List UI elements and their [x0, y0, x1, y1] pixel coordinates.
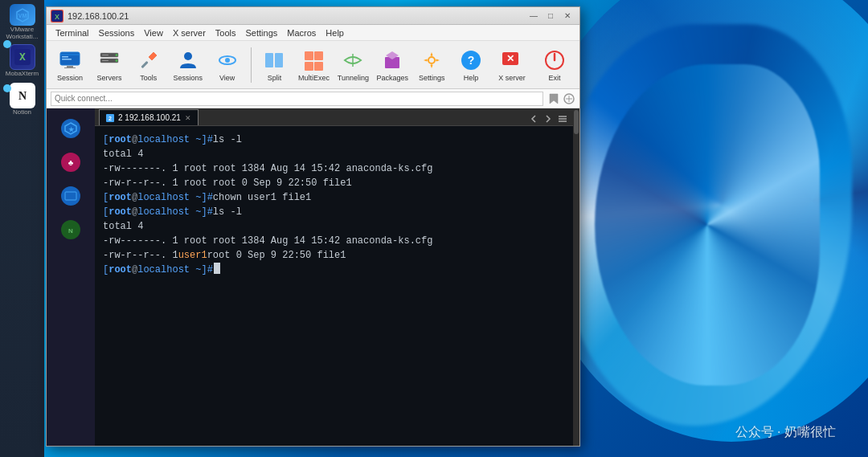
- svg-text:2: 2: [108, 116, 112, 121]
- terminal-line-1: [root@localhost ~]# ls -l: [103, 133, 565, 147]
- tunneling-icon: [341, 48, 365, 72]
- toolbar-help-button[interactable]: ? Help: [452, 44, 489, 86]
- mobaxterm-window: X 192.168.100.21 — □ ✕ Terminal Sessions…: [46, 6, 580, 447]
- menu-sessions[interactable]: Sessions: [94, 25, 140, 40]
- svg-text:♣: ♣: [68, 158, 74, 167]
- multiexec-icon: [301, 48, 326, 72]
- window-title: 192.168.100.21: [68, 11, 526, 21]
- toolbar-multiexec-button[interactable]: MultiExec: [295, 44, 332, 86]
- menu-view[interactable]: View: [139, 25, 168, 40]
- terminal-line-2: total 4: [103, 147, 565, 161]
- sidebar-icon-4[interactable]: N: [55, 214, 87, 246]
- servers-icon: [97, 48, 121, 72]
- toolbar-packages-button[interactable]: Packages: [374, 44, 411, 86]
- output-9-suffix: root 0 Sep 9 22:50 file1: [207, 248, 346, 263]
- taskbar-left: VM VMwareWorkstati... X MobaXterm N: [0, 0, 44, 457]
- svg-point-17: [115, 59, 117, 62]
- svg-rect-24: [265, 53, 273, 67]
- toolbar-settings-button[interactable]: Settings: [413, 44, 450, 86]
- toolbar-tunneling-button[interactable]: Tunneling: [334, 44, 371, 86]
- sidebar-dot-3: [61, 186, 80, 206]
- sidebar-icon-1[interactable]: ★: [55, 112, 87, 145]
- tab-scroll-right-icon[interactable]: [542, 112, 555, 125]
- tab-scroll-left-icon[interactable]: [527, 112, 540, 125]
- tab-menu-icon[interactable]: [556, 112, 569, 125]
- user1-text: user1: [178, 248, 207, 263]
- quick-connect-input[interactable]: [51, 92, 543, 106]
- menu-tools[interactable]: Tools: [211, 25, 241, 40]
- svg-rect-20: [141, 60, 148, 67]
- terminal-line-4: -rw-r--r--. 1 root root 0 Sep 9 22:50 fi…: [103, 176, 565, 190]
- terminal-line-3: -rw-------. 1 root root 1384 Aug 14 15:4…: [103, 161, 565, 176]
- output-9-prefix: -rw-r--r--. 1: [103, 248, 178, 263]
- maximize-button[interactable]: □: [542, 10, 559, 22]
- toolbar-sessions-button[interactable]: Sessions: [170, 44, 207, 86]
- toolbar-session-button[interactable]: Session: [51, 44, 88, 86]
- sidebar: ★ ♣: [47, 108, 95, 446]
- title-controls: — □ ✕: [526, 10, 575, 22]
- toolbar-xserver-button[interactable]: ✕ X server: [492, 44, 532, 86]
- taskbar-icon-vmware[interactable]: VM VMwareWorkstati...: [4, 4, 41, 41]
- close-button[interactable]: ✕: [559, 10, 575, 22]
- output-8: -rw-------. 1 root root 1384 Aug 14 15:4…: [103, 234, 432, 248]
- tab-right-controls: [527, 112, 569, 125]
- help-label: Help: [464, 74, 479, 82]
- exit-icon: [542, 48, 567, 72]
- menu-help[interactable]: Help: [321, 25, 349, 40]
- toolbar-exit-button[interactable]: Exit: [534, 44, 575, 86]
- terminal-tab-1[interactable]: 2 2 192.168.100.21 ✕: [99, 109, 199, 125]
- sidebar-dot-2: ♣: [61, 153, 80, 172]
- menu-settings[interactable]: Settings: [241, 25, 283, 40]
- svg-rect-13: [64, 67, 76, 68]
- scroll-thumb[interactable]: [574, 110, 579, 134]
- sidebar-icon-2[interactable]: ♣: [55, 146, 87, 178]
- menu-bar: Terminal Sessions View X server Tools Se…: [47, 25, 579, 41]
- sessions-icon: [176, 48, 200, 72]
- desktop: 公众号 · 奶嘴很忙 VM VMwareWorkstati... X MobaX…: [0, 0, 868, 457]
- xserver-label: X server: [498, 74, 526, 82]
- tab-bar: 2 2 192.168.100.21 ✕: [95, 108, 573, 126]
- blue-indicator-1: [3, 40, 11, 48]
- terminal-area: 2 2 192.168.100.21 ✕: [95, 108, 573, 446]
- main-area: ★ ♣: [47, 108, 579, 446]
- toolbar-view-button[interactable]: View: [209, 44, 246, 86]
- menu-xserver[interactable]: X server: [168, 25, 211, 40]
- svg-rect-27: [314, 51, 323, 60]
- notion-icon: N: [10, 83, 35, 108]
- mobaxterm-icon: X: [10, 44, 35, 70]
- connect-icon: [563, 92, 575, 105]
- terminal-cursor: [214, 263, 220, 274]
- tools-icon: [137, 48, 161, 72]
- svg-rect-28: [305, 62, 313, 71]
- terminal-output[interactable]: [root@localhost ~]# ls -l total 4 -rw---…: [95, 126, 573, 446]
- terminal-line-7: total 4: [103, 219, 565, 234]
- svg-text:VM: VM: [18, 13, 27, 18]
- toolbar-servers-button[interactable]: Servers: [91, 44, 128, 86]
- packages-label: Packages: [376, 74, 408, 82]
- svg-text:?: ?: [468, 54, 475, 67]
- menu-terminal[interactable]: Terminal: [51, 25, 94, 40]
- desktop-swirl: [547, 0, 868, 457]
- svg-text:X: X: [19, 51, 26, 63]
- svg-text:X: X: [55, 13, 59, 21]
- taskbar-icon-mobaxterm[interactable]: X MobaXterm: [4, 43, 41, 80]
- prompt-10: [root@localhost ~]#: [103, 263, 213, 277]
- sidebar-icon-3[interactable]: [55, 180, 87, 212]
- svg-rect-11: [62, 59, 72, 60]
- toolbar-split-button[interactable]: Split: [256, 44, 293, 86]
- blue-indicator-2: [3, 84, 11, 92]
- svg-point-21: [184, 52, 192, 60]
- menu-macros[interactable]: Macros: [282, 25, 321, 40]
- tab-close-button[interactable]: ✕: [185, 114, 191, 122]
- prompt-6: [root@localhost ~]#: [103, 205, 213, 219]
- svg-rect-26: [305, 51, 313, 60]
- tab-icon: 2: [106, 114, 114, 122]
- multiexec-label: MultiExec: [298, 74, 330, 82]
- notion-label: Notion: [13, 109, 31, 116]
- cmd-5: chown user1 file1: [213, 190, 311, 205]
- quick-connect-icons: [547, 92, 575, 105]
- toolbar-tools-button[interactable]: Tools: [130, 44, 167, 86]
- quick-connect-bar: [47, 89, 579, 108]
- minimize-button[interactable]: —: [526, 10, 542, 22]
- output-2: total 4: [103, 147, 143, 161]
